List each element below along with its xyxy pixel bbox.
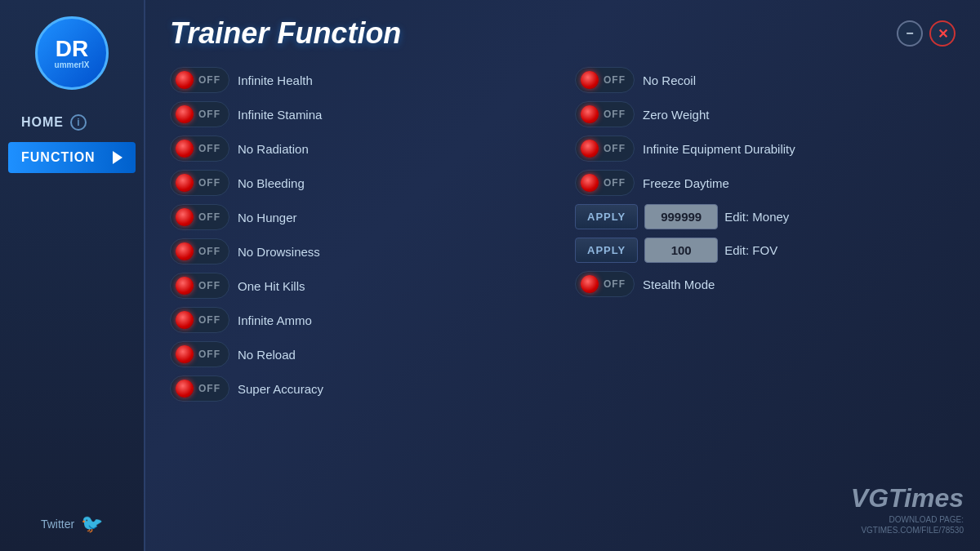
toggle-dot [581,140,599,158]
title-bar: Trainer Function − ✕ [170,16,956,51]
toggle-dot [176,71,194,89]
toggle-dot [176,174,194,192]
apply-row-fov: APPLY Edit: FOV [575,238,956,263]
toggle-dot [176,140,194,158]
main-content: Trainer Function − ✕ OFF Infinite Health… [145,0,980,551]
sidebar-item-function[interactable]: FUNCTION [8,142,136,173]
toggle-dot [176,242,194,260]
label-no-hunger: No Hunger [238,211,297,224]
label-zero-weight: Zero Weight [643,108,709,122]
label-edit-fov: Edit: FOV [724,243,777,257]
label-one-hit-kills: One Hit Kills [238,279,305,293]
apply-fov-button[interactable]: APPLY [575,238,638,263]
label-no-drowsiness: No Drowsiness [238,245,320,259]
toggle-row-freeze-daytime: OFF Freeze Daytime [575,170,956,196]
label-no-bleeding: No Bleeding [238,176,305,190]
toggle-row-no-reload: OFF No Reload [170,341,550,367]
vgtimes-logo: VGTimes [851,483,964,513]
label-infinite-stamina: Infinite Stamina [238,108,322,122]
apply-row-money: APPLY Edit: Money [575,204,956,229]
label-no-radiation: No Radiation [238,142,309,156]
toggle-dot [581,275,599,293]
label-edit-money: Edit: Money [724,210,789,224]
label-no-reload: No Reload [238,348,296,362]
toggle-row-infinite-health: OFF Infinite Health [170,67,550,93]
toggle-dot [176,208,194,226]
apply-money-button[interactable]: APPLY [575,204,638,229]
toggle-dot [176,311,194,329]
toggle-no-bleeding[interactable]: OFF [170,170,229,196]
toggle-infinite-equip-dur[interactable]: OFF [575,136,635,162]
play-arrow-icon [113,151,122,164]
vgtimes-sub2: VGTIMES.COM/FILE/78530 [851,526,964,535]
toggle-no-drowsiness[interactable]: OFF [170,238,229,264]
toggle-no-recoil[interactable]: OFF [575,67,635,93]
toggle-row-no-recoil: OFF No Recoil [575,67,956,93]
functions-grid: OFF Infinite Health OFF Infinite Stamina… [170,67,956,402]
twitter-icon: 🐦 [81,513,103,535]
label-super-accuracy: Super Accuracy [238,382,323,396]
toggle-dot [581,105,599,123]
sidebar: DR ummerIX HOME i FUNCTION Twitter 🐦 [0,0,145,551]
label-freeze-daytime: Freeze Daytime [643,176,729,190]
toggle-row-infinite-stamina: OFF Infinite Stamina [170,101,550,127]
close-button[interactable]: ✕ [929,20,956,47]
toggle-row-infinite-ammo: OFF Infinite Ammo [170,307,550,333]
home-label: HOME [21,115,64,130]
sidebar-nav: HOME i FUNCTION [0,106,144,173]
label-infinite-ammo: Infinite Ammo [238,313,312,327]
toggle-dot [176,380,194,398]
label-infinite-health: Infinite Health [238,73,313,87]
toggle-no-reload[interactable]: OFF [170,341,229,367]
toggle-infinite-stamina[interactable]: OFF [170,101,229,127]
toggle-dot [581,174,599,192]
toggle-dot [581,71,599,89]
toggle-dot [176,345,194,363]
twitter-area[interactable]: Twitter 🐦 [41,513,103,535]
toggle-no-radiation[interactable]: OFF [170,136,229,162]
logo-dr: DR [56,38,88,60]
vgtimes-sub1: DOWNLOAD PAGE: [851,515,964,524]
toggle-no-hunger[interactable]: OFF [170,204,229,230]
toggle-dot [176,277,194,295]
toggle-row-no-bleeding: OFF No Bleeding [170,170,550,196]
label-stealth-mode: Stealth Mode [643,278,715,291]
vgtimes-watermark: VGTimes DOWNLOAD PAGE: VGTIMES.COM/FILE/… [851,483,964,535]
function-label: FUNCTION [21,150,96,165]
page-title: Trainer Function [170,16,401,51]
left-column: OFF Infinite Health OFF Infinite Stamina… [170,67,550,402]
toggle-row-no-radiation: OFF No Radiation [170,136,550,162]
money-input[interactable] [644,204,718,229]
toggle-row-no-drowsiness: OFF No Drowsiness [170,238,550,264]
toggle-row-zero-weight: OFF Zero Weight [575,101,956,127]
toggle-row-infinite-equip-dur: OFF Infinite Equipment Durability [575,136,956,162]
toggle-one-hit-kills[interactable]: OFF [170,273,229,299]
toggle-row-one-hit-kills: OFF One Hit Kills [170,273,550,299]
toggle-row-no-hunger: OFF No Hunger [170,204,550,230]
info-icon[interactable]: i [70,114,87,131]
toggle-infinite-health[interactable]: OFF [170,67,229,93]
toggle-zero-weight[interactable]: OFF [575,101,635,127]
toggle-infinite-ammo[interactable]: OFF [170,307,229,333]
toggle-row-stealth-mode: OFF Stealth Mode [575,271,956,297]
toggle-stealth-mode[interactable]: OFF [575,271,635,297]
label-no-recoil: No Recoil [643,73,696,87]
window-controls: − ✕ [897,20,956,47]
logo: DR ummerIX [35,16,109,90]
twitter-label: Twitter [41,518,74,531]
toggle-freeze-daytime[interactable]: OFF [575,170,635,196]
label-infinite-equip-dur: Infinite Equipment Durability [643,142,795,156]
sidebar-item-home[interactable]: HOME i [8,106,136,139]
toggle-super-accuracy[interactable]: OFF [170,375,229,402]
toggle-row-super-accuracy: OFF Super Accuracy [170,375,550,402]
toggle-dot [176,105,194,123]
minimize-button[interactable]: − [897,20,923,47]
fov-input[interactable] [644,238,718,263]
right-column: OFF No Recoil OFF Zero Weight OFF Infini… [575,67,956,402]
logo-ummer: ummerIX [55,60,90,69]
